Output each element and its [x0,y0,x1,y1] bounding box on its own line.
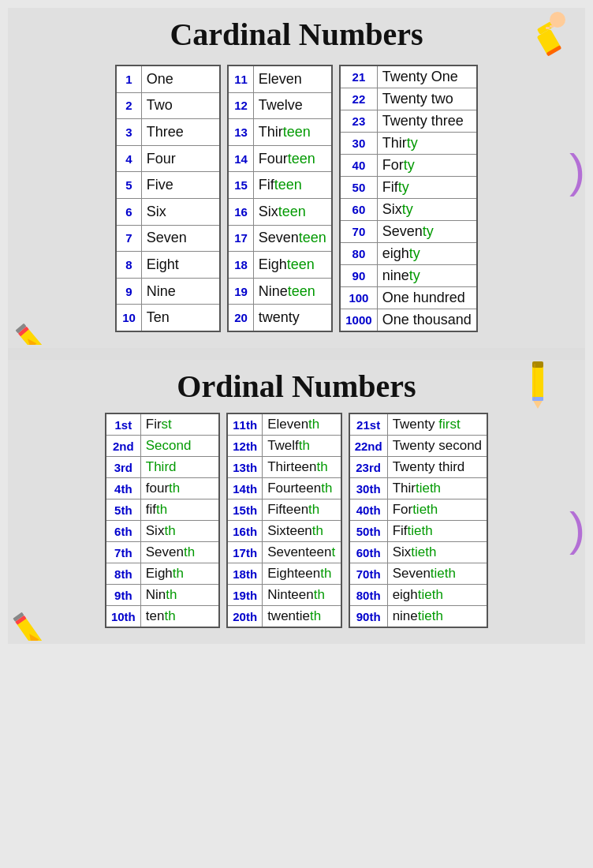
number-cell: 23 [340,110,377,133]
number-cell: 17th [227,542,262,563]
number-cell: 70th [349,563,388,585]
word-cell: Eleventh [263,413,341,436]
table-row: 11thEleventh [227,413,341,436]
number-cell: 3 [116,119,141,146]
number-cell: 13 [228,119,253,146]
ordinal-table-3: 21stTwenty first22ndTwenty second23rdTwe… [349,413,488,628]
table-row: 13Thirteen [228,119,332,146]
table-row: 22ndTwenty second [349,436,487,457]
table-row: 12Twelve [228,92,332,119]
table-row: 1One [116,65,220,92]
word-cell: Seventh [140,542,219,563]
table-row: 17thSeventeent [227,542,341,563]
number-cell: 12 [228,92,253,119]
word-cell: One hundred [377,287,477,309]
word-cell: tenth [140,606,219,628]
word-cell: Sixteenth [263,521,341,542]
table-row: 4Four [116,145,220,172]
word-cell: fifth [140,499,219,521]
word-cell: Nine [141,278,220,305]
number-cell: 30 [340,133,377,155]
word-cell: Seventy [377,221,477,243]
number-cell: 16 [228,198,253,225]
word-cell: Eight [141,252,220,279]
table-row: 19Nineteen [228,278,332,305]
word-cell: Third [140,457,219,478]
table-row: 2ndSecond [106,436,219,457]
number-cell: 18th [227,563,262,585]
number-cell: 14 [228,145,253,172]
table-row: 70thSeventieth [349,563,487,585]
word-cell: Fifty [377,177,477,199]
table-row: 14Fourteen [228,145,332,172]
number-cell: 20th [227,606,262,628]
number-cell: 100 [340,287,377,309]
table-row: 17Seventeen [228,225,332,252]
word-cell: Sixty [377,199,477,221]
table-row: 60thSixtieth [349,542,487,563]
word-cell: Sixteen [253,198,332,225]
table-row: 40Forty [340,155,476,177]
table-row: 70Seventy [340,221,476,243]
number-cell: 4th [106,478,140,499]
word-cell: Six [141,198,220,225]
word-cell: Eighteenth [263,563,341,585]
table-row: 50thFiftieth [349,521,487,542]
word-cell: Fourteen [253,145,332,172]
cardinal-header: Cardinal Numbers [20,16,573,61]
number-cell: 50 [340,177,377,199]
svg-rect-6 [546,27,550,29]
number-cell: 11 [228,65,253,92]
word-cell: Five [141,172,220,199]
table-row: 5thfifth [106,499,219,521]
word-cell: Thirtieth [387,478,487,499]
table-row: 13thThirteenth [227,457,341,478]
table-row: 40thFortieth [349,499,487,521]
number-cell: 20 [228,305,253,331]
word-cell: Two [141,92,220,119]
number-cell: 6th [106,521,140,542]
table-row: 60Sixty [340,199,476,221]
word-cell: Sixth [140,521,219,542]
word-cell: One thousand [377,309,477,332]
word-cell: Three [141,119,220,146]
word-cell: Twenty first [387,413,487,436]
word-cell: Fifteen [253,172,332,199]
ordinal-header-wrapper: Ordinal Numbers [20,368,573,405]
table-row: 5Five [116,172,220,199]
number-cell: 14th [227,478,262,499]
table-row: 16Sixteen [228,198,332,225]
word-cell: Seventeent [263,542,341,563]
word-cell: Eighth [140,563,219,585]
word-cell: Twenty One [377,65,477,88]
number-cell: 1 [116,65,141,92]
number-cell: 11th [227,413,262,436]
number-cell: 90th [349,606,388,628]
word-cell: Ten [141,305,220,331]
ordinal-table-2: 11thEleventh12thTwelfth13thThirteenth14t… [226,413,341,628]
svg-rect-12 [532,361,543,368]
number-cell: 3rd [106,457,140,478]
word-cell: One [141,65,220,92]
number-cell: 10th [106,606,140,628]
word-cell: Twenty second [387,436,487,457]
number-cell: 17 [228,225,253,252]
word-cell: eightieth [387,585,487,606]
number-cell: 15 [228,172,253,199]
number-cell: 7 [116,225,141,252]
table-row: 22Twenty two [340,88,476,110]
ordinal-tables: 1stFirst2ndSecond3rdThird4thfourth5thfif… [20,413,573,628]
table-row: 3rdThird [106,457,219,478]
ordinal-title: Ordinal Numbers [20,368,573,405]
number-cell: 8th [106,563,140,585]
table-row: 23rdTwenty third [349,457,487,478]
word-cell: Ninteenth [263,585,341,606]
table-row: 16thSixteenth [227,521,341,542]
cardinal-title: Cardinal Numbers [170,16,423,53]
table-row: 80theightieth [349,585,487,606]
number-cell: 19 [228,278,253,305]
number-cell: 8 [116,252,141,279]
word-cell: First [140,413,219,436]
word-cell: Four [141,145,220,172]
table-row: 90ninety [340,265,476,287]
